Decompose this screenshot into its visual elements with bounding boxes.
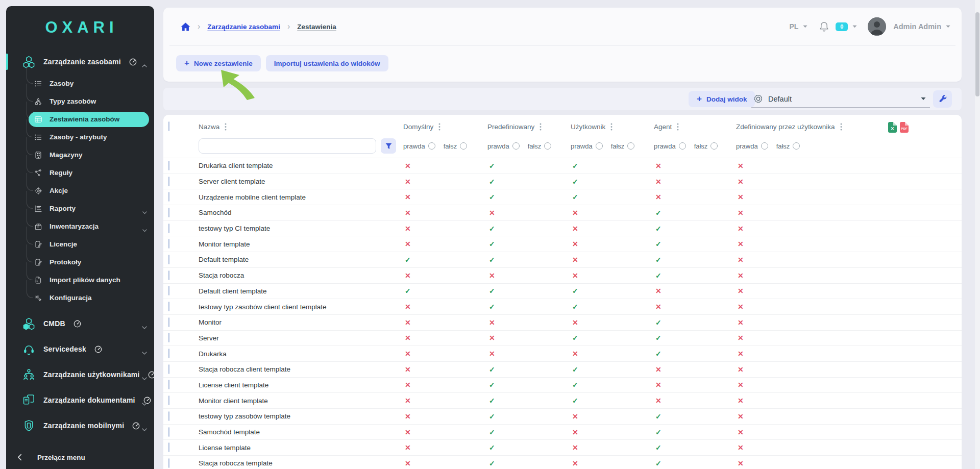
cross-icon: ✕: [403, 350, 487, 358]
scrollbar-thumb[interactable]: [975, 12, 979, 96]
cross-icon: ✕: [571, 443, 654, 452]
row-checkbox[interactable]: [168, 427, 169, 437]
row-checkbox[interactable]: [168, 208, 169, 217]
table-row[interactable]: Stacja robocza template✕✓✕✓✕: [163, 455, 962, 469]
filter-false-radio[interactable]: [627, 142, 634, 150]
check-icon: ✓: [654, 412, 736, 421]
user-avatar[interactable]: [868, 17, 886, 36]
row-checkbox-cell: [163, 192, 199, 202]
table-row[interactable]: Drukarka✕✕✕✓✕: [163, 345, 962, 361]
table-row[interactable]: Server✕✕✓✓✕: [163, 330, 962, 346]
table-row[interactable]: Stacja robocza client template✕✓✓✕✕: [163, 361, 962, 377]
table-row[interactable]: License client template✕✓✓✕✕: [163, 377, 962, 393]
bool-filter-agent: prawdafałsz: [654, 142, 736, 150]
filter-false-radio[interactable]: [460, 142, 467, 150]
cross-icon: ✕: [403, 412, 487, 421]
table-row[interactable]: Default client template✓✓✓✕✕: [163, 283, 962, 299]
row-checkbox[interactable]: [168, 380, 169, 389]
row-checkbox[interactable]: [168, 317, 169, 327]
row-checkbox[interactable]: [168, 286, 169, 295]
row-checkbox[interactable]: [168, 458, 169, 468]
cross-icon: ✕: [654, 287, 736, 295]
add-view-button[interactable]: + Dodaj widok: [689, 91, 755, 107]
row-checkbox[interactable]: [168, 270, 169, 280]
filter-funnel-button[interactable]: [381, 138, 396, 154]
language-selector[interactable]: PL: [789, 22, 798, 31]
filter-false-radio[interactable]: [710, 142, 718, 150]
check-icon: ✓: [571, 334, 654, 342]
name-filter-input[interactable]: [199, 138, 376, 154]
filter-true-radio[interactable]: [428, 142, 435, 150]
sidebar-item-servicedesk[interactable]: Servicedesk: [6, 336, 154, 362]
row-checkbox[interactable]: [168, 192, 169, 202]
table-row[interactable]: Monitor✕✕✕✓✕: [163, 314, 962, 330]
check-icon: ✓: [487, 381, 571, 389]
chevron-down-icon[interactable]: [803, 25, 807, 28]
excel-export-icon[interactable]: X: [888, 122, 897, 133]
menu-toggle-button[interactable]: Przełącz menu: [6, 446, 154, 469]
row-checkbox[interactable]: [168, 239, 169, 249]
row-checkbox[interactable]: [168, 333, 169, 342]
cross-icon: ✕: [736, 209, 962, 217]
filter-false-radio[interactable]: [544, 142, 551, 150]
user-name[interactable]: Admin Admin: [893, 22, 941, 31]
subitem-pill: Zasoby - atrybuty: [29, 130, 149, 145]
filter-true-radio[interactable]: [596, 142, 603, 150]
view-settings-button[interactable]: [933, 90, 952, 108]
chevron-down-icon[interactable]: [946, 25, 950, 28]
breadcrumb-current-zestawienia[interactable]: Zestawienia: [297, 23, 336, 31]
table-row[interactable]: testowy typ zasobów client client templa…: [163, 299, 962, 314]
table-row[interactable]: Urządzenie mobilne client template✕✓✓✕✕: [163, 189, 962, 205]
filter-true-radio[interactable]: [679, 142, 686, 150]
oxari-logo[interactable]: OXARI: [6, 6, 154, 49]
pdf-export-icon[interactable]: PDF: [900, 122, 909, 133]
table-row[interactable]: License template✕✓✕✓✕: [163, 439, 962, 455]
submenu: ZasobyTypy zasobówZestawienia zasobówZas…: [6, 75, 154, 311]
row-checkbox[interactable]: [168, 349, 169, 358]
row-checkbox[interactable]: [168, 302, 169, 311]
filter-false-radio[interactable]: [793, 142, 800, 150]
cross-icon: ✕: [736, 443, 962, 452]
row-checkbox[interactable]: [168, 411, 169, 421]
row-checkbox[interactable]: [168, 161, 169, 170]
row-checkbox[interactable]: [168, 177, 169, 186]
row-checkbox[interactable]: [168, 442, 169, 452]
select-all-checkbox[interactable]: [168, 121, 169, 131]
chevron-down-icon[interactable]: [852, 25, 857, 28]
filter-true-radio[interactable]: [761, 142, 768, 150]
row-checkbox[interactable]: [168, 396, 169, 405]
home-icon[interactable]: [181, 22, 190, 31]
table-row[interactable]: testowy typ zasobów template✕✓✕✓✕: [163, 408, 962, 424]
table-row[interactable]: Server client template✕✓✓✕✕: [163, 174, 962, 189]
table-row[interactable]: testowy typ CI template✕✓✕✓✕: [163, 220, 962, 236]
check-icon: ✓: [654, 459, 736, 467]
table-row[interactable]: Monitor client template✕✓✓✕✕: [163, 392, 962, 408]
breadcrumb-link-zarzadzanie-zasobami[interactable]: Zarządzanie zasobami: [207, 23, 280, 31]
table-row[interactable]: Monitor template✕✓✕✓✕: [163, 236, 962, 252]
view-select-dropdown[interactable]: Default: [751, 90, 930, 108]
sidebar-subitem-konfiguracja[interactable]: Konfiguracja: [6, 289, 154, 307]
table-row[interactable]: Default template✓✓✕✓✕: [163, 252, 962, 267]
filter-true-radio[interactable]: [512, 142, 520, 150]
cross-icon: ✕: [403, 443, 487, 452]
row-name: testowy typ zasobów client client templa…: [199, 303, 403, 311]
sidebar-item-zarządzanie-użytkownikami[interactable]: Zarządzanie użytkownikami: [6, 362, 154, 387]
new-zestawienie-button[interactable]: + Nowe zestawienie: [176, 55, 261, 71]
sidebar-item-zarządzanie-dokumentami[interactable]: Zarządzanie dokumentami: [6, 387, 154, 413]
subitem-pill: Zasoby: [29, 76, 149, 91]
sidebar-item-zarządzanie-mobilnymi[interactable]: Zarządzanie mobilnymi: [6, 413, 154, 438]
inventory-icon: [34, 223, 42, 231]
notifications-bell-icon[interactable]: [819, 21, 829, 32]
plus-icon: +: [697, 94, 702, 103]
row-checkbox[interactable]: [168, 364, 169, 374]
import-settings-button[interactable]: Importuj ustawienia do widoków: [266, 55, 388, 71]
table-row[interactable]: Stacja robocza✕✕✕✓✕: [163, 267, 962, 283]
table-row[interactable]: Samochód template✕✓✕✓✕: [163, 424, 962, 440]
row-checkbox[interactable]: [168, 255, 169, 264]
table-row[interactable]: Drukarka client template✕✓✓✕✕: [163, 158, 962, 174]
sidebar-item-cmdb[interactable]: CMDB: [6, 311, 154, 336]
table-row[interactable]: Samochód✕✕✕✓✕: [163, 205, 962, 220]
row-checkbox[interactable]: [168, 224, 169, 233]
view-toolbar: + Dodaj widok Default: [163, 88, 962, 110]
row-name: Monitor client template: [199, 397, 403, 405]
